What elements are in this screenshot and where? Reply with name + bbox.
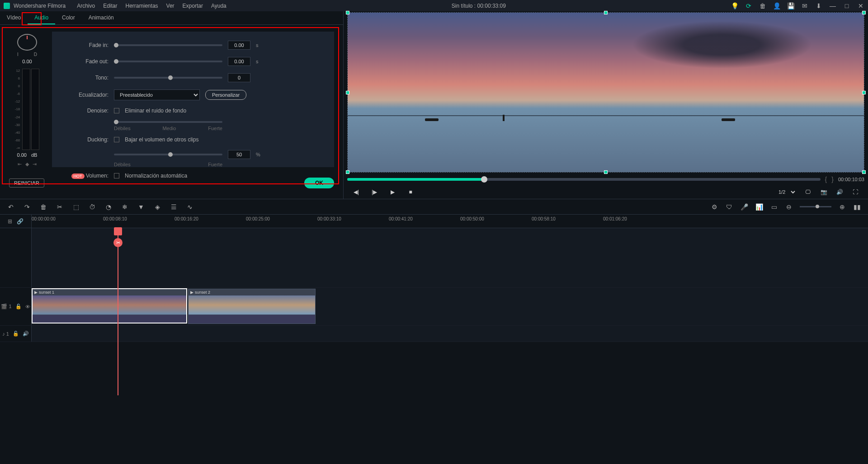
speed-icon[interactable]: ⏱ <box>88 203 96 211</box>
gear-icon[interactable]: ⚙ <box>710 203 718 211</box>
undo-icon[interactable]: ↶ <box>7 203 15 211</box>
tab-color[interactable]: Color <box>55 11 82 24</box>
track-add-icon[interactable]: ⊞ <box>8 218 12 225</box>
resize-handle-b[interactable] <box>604 170 608 174</box>
audio-wave-icon[interactable]: ∿ <box>186 203 194 211</box>
step-back-icon[interactable]: |▶ <box>370 187 379 197</box>
clip-sunset-1[interactable]: ▶sunset 1 <box>32 288 187 323</box>
denoise-slider[interactable] <box>114 121 222 123</box>
meter-bar-r[interactable] <box>31 69 39 150</box>
reset-button[interactable]: REINICIAR <box>9 178 44 187</box>
fadein-slider[interactable] <box>114 44 222 46</box>
adjust-icon[interactable]: ◔ <box>104 203 113 211</box>
ok-button[interactable]: OK <box>304 178 334 188</box>
marker-icon[interactable]: ▼ <box>137 203 145 211</box>
app-title: Wondershare Filmora <box>14 3 66 9</box>
ducking-input[interactable] <box>228 150 250 159</box>
ducking-slider[interactable] <box>114 154 222 155</box>
filter-icon[interactable]: ☰ <box>170 203 178 211</box>
volume-icon[interactable]: 🔊 <box>835 187 844 197</box>
tab-video[interactable]: Vídeo <box>0 11 28 24</box>
menu-ver[interactable]: Ver <box>166 3 175 9</box>
meter-keyframe-icon[interactable]: ◆ <box>25 161 29 167</box>
resize-handle-br[interactable] <box>862 170 866 174</box>
fadein-input[interactable] <box>228 41 250 50</box>
resize-handle-tr[interactable] <box>862 11 866 14</box>
lock-icon[interactable]: 🔓 <box>13 331 19 337</box>
freeze-icon[interactable]: ❄ <box>121 203 129 211</box>
eq-select[interactable]: Preestablecido <box>114 89 200 100</box>
playhead-handle[interactable] <box>114 227 122 235</box>
crop-icon[interactable]: ⬚ <box>72 203 80 211</box>
zoom-out-icon[interactable]: ⊖ <box>785 203 793 211</box>
video-track-content[interactable]: ▶sunset 1 ▶sunset 2 <box>32 288 868 325</box>
fit-icon[interactable]: ▮▮ <box>853 203 861 211</box>
monitor-icon[interactable]: 🖵 <box>803 187 812 197</box>
menu-ayuda[interactable]: Ayuda <box>211 3 226 9</box>
menu-herramientas[interactable]: Herramientas <box>126 3 158 9</box>
fadeout-input[interactable] <box>228 57 250 66</box>
playhead[interactable]: ✂ <box>118 228 118 395</box>
refresh-icon[interactable]: ⟳ <box>745 2 752 9</box>
prev-frame-icon[interactable]: ◀| <box>352 187 361 197</box>
render-icon[interactable]: ▭ <box>770 203 778 211</box>
close-icon[interactable]: ✕ <box>857 2 864 9</box>
ducking-checkbox[interactable] <box>114 137 119 142</box>
menu-exportar[interactable]: Exportar <box>183 3 203 9</box>
clip-sunset-2[interactable]: ▶sunset 2 <box>188 289 316 324</box>
trash-icon[interactable]: 🗑 <box>759 2 766 9</box>
scrubber-thumb[interactable] <box>481 176 487 183</box>
fullscreen-icon[interactable]: ⛶ <box>851 187 860 197</box>
lightbulb-icon[interactable]: 💡 <box>731 2 738 9</box>
eye-icon[interactable]: 👁 <box>25 304 30 309</box>
user-icon[interactable]: 👤 <box>773 2 780 9</box>
resize-handle-bl[interactable] <box>346 170 349 174</box>
tone-slider[interactable] <box>114 77 222 79</box>
snapshot-icon[interactable]: 📷 <box>819 187 828 197</box>
bracket-out-icon[interactable]: } <box>831 176 834 183</box>
stop-icon[interactable]: ■ <box>406 187 415 197</box>
denoise-checkbox[interactable] <box>114 108 119 113</box>
redo-icon[interactable]: ↷ <box>23 203 31 211</box>
minimize-icon[interactable]: — <box>829 2 836 9</box>
zoom-in-icon[interactable]: ⊕ <box>838 203 846 211</box>
delete-icon[interactable]: 🗑 <box>39 203 47 211</box>
meter-left-icon[interactable]: ⇤ <box>18 161 22 167</box>
maximize-icon[interactable]: □ <box>843 2 850 9</box>
playhead-scissor-icon[interactable]: ✂ <box>113 238 123 247</box>
preview-viewport[interactable] <box>347 12 864 173</box>
ruler-area[interactable]: 00:00:00:00 00:00:08:10 00:00:16:20 00:0… <box>32 215 868 228</box>
audio-track-content[interactable] <box>32 326 868 342</box>
meter-right-icon[interactable]: ⇥ <box>33 161 37 167</box>
preview-zoom-select[interactable]: 1/2 <box>773 188 797 196</box>
mic-icon[interactable]: 🎤 <box>740 203 748 211</box>
tone-input[interactable] <box>228 73 250 82</box>
menu-editar[interactable]: Editar <box>103 3 117 9</box>
resize-handle-t[interactable] <box>604 11 608 14</box>
eq-customize-button[interactable]: Personalizar <box>205 90 246 100</box>
meter-bar-l[interactable] <box>22 69 30 150</box>
fadeout-slider[interactable] <box>114 61 222 62</box>
shield-icon[interactable]: 🛡 <box>725 203 733 211</box>
cut-icon[interactable]: ✂ <box>56 203 64 211</box>
menu-archivo[interactable]: Archivo <box>77 3 95 9</box>
mixer-icon[interactable]: 📊 <box>755 203 763 211</box>
bracket-in-icon[interactable]: { <box>825 176 827 183</box>
volume-checkbox[interactable] <box>114 173 119 178</box>
tab-animacion[interactable]: Animación <box>82 11 121 24</box>
resize-handle-tl[interactable] <box>346 11 349 14</box>
keyframe-icon[interactable]: ◈ <box>153 203 161 211</box>
resize-handle-l[interactable] <box>346 91 349 94</box>
play-icon[interactable]: ▶ <box>388 187 397 197</box>
link-icon[interactable]: 🔗 <box>17 218 24 225</box>
mail-icon[interactable]: ✉ <box>801 2 808 9</box>
scrubber-track[interactable] <box>347 178 821 181</box>
lock-icon[interactable]: 🔓 <box>15 304 22 309</box>
balance-knob[interactable] <box>17 34 37 51</box>
speaker-icon[interactable]: 🔊 <box>23 331 29 337</box>
resize-handle-r[interactable] <box>862 91 866 94</box>
tab-audio[interactable]: Audio <box>28 11 55 24</box>
timeline-zoom-slider[interactable] <box>800 206 831 207</box>
download-icon[interactable]: ⬇ <box>815 2 822 9</box>
save-icon[interactable]: 💾 <box>787 2 794 9</box>
